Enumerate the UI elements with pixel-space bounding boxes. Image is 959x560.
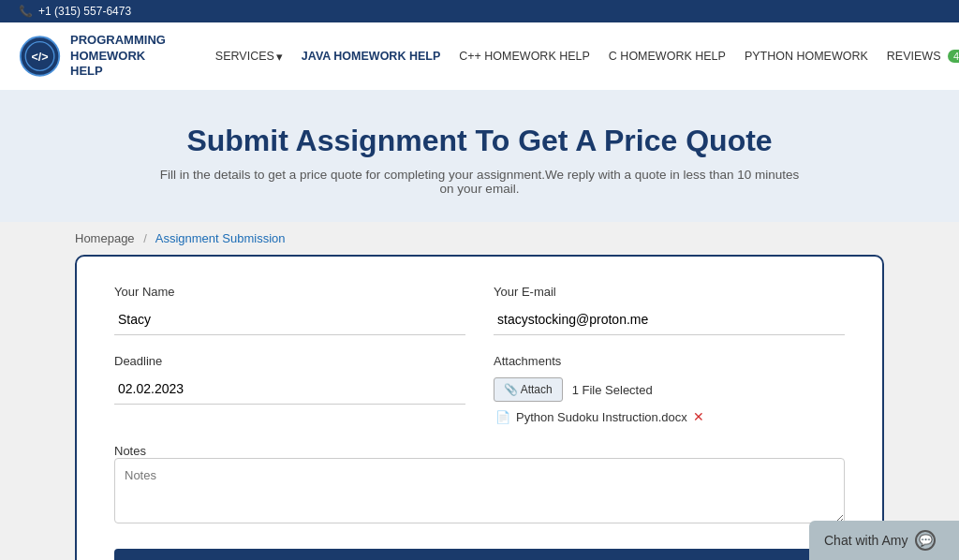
- email-input[interactable]: [494, 304, 845, 335]
- form-card: Your Name Your E-mail Deadline Attachmen…: [75, 255, 884, 560]
- deadline-attachments-row: Deadline Attachments 📎 Attach 1 File Sel…: [114, 354, 845, 424]
- file-remove-button[interactable]: ✕: [693, 409, 704, 424]
- attach-row: 📎 Attach 1 File Selected: [494, 377, 845, 402]
- svg-text:</>: </>: [31, 50, 48, 63]
- name-group: Your Name: [114, 285, 465, 335]
- chat-widget[interactable]: Chat with Amy 💬: [809, 521, 959, 560]
- deadline-label: Deadline: [114, 354, 465, 368]
- attach-button[interactable]: 📎 Attach: [494, 377, 563, 402]
- file-count-label: 1 File Selected: [572, 383, 653, 397]
- logo-icon: </>: [19, 33, 61, 80]
- nav-links: SERVICES ▾ JAVA HOMEWORK HELP C++ HOMEWO…: [208, 44, 959, 69]
- nav-java-homework[interactable]: JAVA HOMEWORK HELP: [294, 44, 448, 68]
- attachments-label: Attachments: [494, 354, 845, 368]
- attachments-group: Attachments 📎 Attach 1 File Selected 📄 P…: [494, 354, 845, 424]
- deadline-input[interactable]: [114, 374, 465, 405]
- top-bar: 📞 +1 (315) 557-6473: [0, 0, 959, 22]
- nav-services[interactable]: SERVICES ▾: [208, 44, 290, 69]
- nav-reviews[interactable]: REVIEWS 4.8/5: [879, 44, 959, 68]
- chat-label: Chat with Amy: [824, 533, 907, 548]
- notes-textarea[interactable]: [114, 458, 845, 523]
- nav-python-homework[interactable]: PYTHON HOMEWORK: [737, 44, 876, 68]
- chevron-down-icon: ▾: [276, 50, 283, 64]
- submit-button[interactable]: SUBMIT: [114, 549, 845, 560]
- hero-section: Submit Assignment To Get A Price Quote F…: [0, 90, 959, 222]
- hero-title: Submit Assignment To Get A Price Quote: [19, 124, 940, 158]
- nav-c-homework[interactable]: C HOMEWORK HELP: [601, 44, 733, 68]
- nav-cpp-homework[interactable]: C++ HOMEWORK HELP: [451, 44, 598, 68]
- hero-subtitle: Fill in the details to get a price quote…: [152, 168, 807, 196]
- phone-number: +1 (315) 557-6473: [38, 5, 131, 18]
- deadline-group: Deadline: [114, 354, 465, 424]
- logo-text: PROGRAMMING HOMEWORK HELP: [70, 33, 170, 81]
- name-label: Your Name: [114, 285, 465, 299]
- reviews-badge: 4.8/5: [948, 50, 959, 63]
- file-name: Python Sudoku Instruction.docx: [516, 410, 687, 424]
- notes-group: Notes: [114, 443, 845, 526]
- breadcrumb-home[interactable]: Homepage: [75, 231, 135, 245]
- breadcrumb-separator: /: [143, 231, 147, 245]
- breadcrumb-current: Assignment Submission: [155, 231, 286, 245]
- file-item: 📄 Python Sudoku Instruction.docx ✕: [495, 409, 845, 424]
- chat-bubble-icon: 💬: [915, 530, 936, 551]
- email-group: Your E-mail: [494, 285, 845, 335]
- logo[interactable]: </> PROGRAMMING HOMEWORK HELP: [19, 33, 170, 81]
- navbar: </> PROGRAMMING HOMEWORK HELP SERVICES ▾…: [0, 22, 959, 90]
- name-email-row: Your Name Your E-mail: [114, 285, 845, 335]
- notes-label: Notes: [114, 444, 146, 458]
- breadcrumb: Homepage / Assignment Submission: [0, 222, 959, 255]
- phone-icon: 📞: [19, 5, 33, 18]
- file-doc-icon: 📄: [495, 410, 510, 424]
- email-label: Your E-mail: [494, 285, 845, 299]
- name-input[interactable]: [114, 304, 465, 335]
